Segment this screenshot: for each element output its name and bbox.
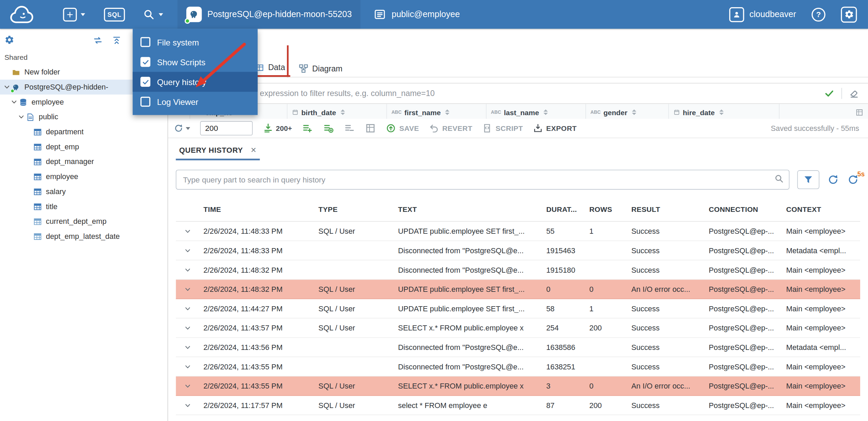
history-cell-type: SQL / User [314,401,394,409]
history-column-text[interactable]: TEXT [394,205,542,213]
clear-filter-button[interactable] [849,89,859,98]
row-expand-chevron[interactable] [176,247,199,254]
tree-expand-chevron[interactable] [2,83,12,91]
checked-checkbox[interactable] [140,57,150,67]
collapse-all-button[interactable] [112,36,122,45]
delete-row-button[interactable] [344,123,355,134]
tree-item-current-dept-emp[interactable]: current_dept_emp [0,214,167,229]
column-header-hire-date[interactable]: hire_date [669,104,780,119]
column-header-first-name[interactable]: ABCfirst_name [387,104,486,119]
refresh-data-button[interactable] [174,123,190,133]
history-column-rows[interactable]: ROWS [585,205,627,213]
revert-button[interactable]: REVERT [429,123,472,133]
history-refresh-button[interactable] [827,174,839,186]
history-row[interactable]: 2/26/2024, 11:48:32 PMSQL / UserUPDATE p… [176,280,860,299]
sidebar-settings-button[interactable] [4,35,14,45]
history-cell-connection: PostgreSQL@ep-... [704,343,782,351]
tree-item-label: dept_emp_latest_date [46,232,120,240]
main-area: Data Diagram 123emp_nobirth_dateABCfirst… [168,29,868,421]
history-row[interactable]: 2/26/2024, 11:48:32 PMDisconnected from … [176,260,860,280]
editor-tabs-area [168,29,868,60]
tree-expand-chevron[interactable] [17,113,26,121]
tree-item-dept-emp-latest-date[interactable]: dept_emp_latest_date [0,229,167,244]
tree-item-department[interactable]: department [0,124,167,139]
text-type-icon: ABC [491,110,501,115]
fetch-more-button[interactable]: 200+ [262,123,292,134]
export-button[interactable]: EXPORT [533,123,577,133]
row-expand-chevron[interactable] [176,266,199,273]
row-expand-chevron[interactable] [176,382,199,390]
tree-item-label: dept_manager [46,158,94,166]
history-column-durat[interactable]: DURAT... [542,205,585,213]
tree-item-employee[interactable]: employee [0,169,167,184]
tree-expand-chevron[interactable] [10,98,19,106]
help-button[interactable]: ? [811,0,827,29]
add-row-button[interactable] [302,123,313,134]
history-column-context[interactable]: CONTEXT [782,205,860,213]
tab-diagram[interactable]: Diagram [293,60,347,77]
unchecked-checkbox[interactable] [140,37,150,47]
history-cell-text: Disconnected from "PostgreSQL@e... [394,362,542,370]
history-row[interactable]: 2/26/2024, 11:48:33 PMSQL / UserUPDATE p… [176,222,860,241]
row-expand-chevron[interactable] [176,324,199,331]
column-header-last-name[interactable]: ABClast_name [487,104,586,119]
connection-selector[interactable]: PostgreSQL@ep-hidden-moon-55203 [177,0,361,29]
unchecked-checkbox[interactable] [140,97,150,107]
column-header-gender[interactable]: ABCgender [586,104,669,119]
history-row[interactable]: 2/26/2024, 11:43:55 PMSQL / UserSELECT x… [176,377,860,396]
revert-icon [429,123,439,133]
row-limit-input[interactable] [200,121,253,135]
history-row[interactable]: 2/26/2024, 11:43:56 PMDisconnected from … [176,338,860,357]
apply-filter-button[interactable] [824,89,834,98]
history-filter-button[interactable] [797,170,819,189]
history-column-type[interactable]: TYPE [314,205,394,213]
history-row[interactable]: 2/26/2024, 11:44:27 PMSQL / UserUPDATE p… [176,299,860,318]
menu-item-query-history[interactable]: Query history [133,72,258,92]
menu-item-log-viewer[interactable]: Log Viewer [133,92,258,112]
menu-item-file-system[interactable]: File system [133,32,258,52]
row-expand-chevron[interactable] [176,286,199,293]
save-button[interactable]: SAVE [386,123,419,133]
filter-input[interactable] [168,83,824,103]
history-cell-context: Main <employee> [782,324,860,332]
row-expand-chevron[interactable] [176,305,199,312]
grid-columns-config-button[interactable] [850,104,868,119]
row-expand-chevron[interactable] [176,343,199,351]
history-row[interactable]: 2/26/2024, 11:48:33 PMDisconnected from … [176,241,860,260]
history-cell-rows: 200 [585,324,627,332]
refresh-grid-button[interactable] [365,123,376,134]
settings-button[interactable] [840,0,858,29]
tree-item-salary[interactable]: salary [0,184,167,199]
column-header-birth-date[interactable]: birth_date [287,104,387,119]
history-row[interactable]: 2/26/2024, 11:43:55 PMDisconnected from … [176,357,860,377]
script-button[interactable]: SCRIPT [482,123,523,133]
cloudbeaver-logo[interactable] [8,3,40,26]
tab-query-history[interactable]: QUERY HISTORY × [176,141,260,160]
row-expand-chevron[interactable] [176,402,199,409]
history-column-time[interactable]: TIME [199,205,314,213]
new-connection-button[interactable] [62,0,86,29]
checked-checkbox[interactable] [140,77,150,87]
close-icon[interactable]: × [251,145,257,155]
tools-menu-button[interactable] [139,0,166,29]
user-menu[interactable]: cloudbeaver [729,7,796,22]
menu-item-show-scripts[interactable]: Show Scripts [133,52,258,72]
history-row[interactable]: 2/26/2024, 11:17:57 PMSQL / Userselect *… [176,396,860,415]
row-expand-chevron[interactable] [176,228,199,235]
tree-item-title[interactable]: title [0,199,167,214]
tree-item-dept-manager[interactable]: dept_manager [0,154,167,169]
history-search-input[interactable] [176,170,789,190]
history-row[interactable]: 2/26/2024, 11:43:57 PMSQL / UserSELECT x… [176,318,860,338]
duplicate-row-button[interactable] [323,123,334,134]
schema-selector[interactable]: public@employee [365,0,469,29]
sql-editor-button[interactable]: SQL [103,0,126,29]
tools-icon [143,8,155,21]
row-expand-chevron[interactable] [176,363,199,370]
tree-item-dept-emp[interactable]: dept_emp [0,139,167,154]
auto-refresh-button[interactable]: 5s [847,174,859,186]
history-column-result[interactable]: RESULT [627,205,704,213]
history-column-connection[interactable]: CONNECTION [704,205,782,213]
link-with-editor-button[interactable] [93,36,103,45]
history-cell-time: 2/26/2024, 11:48:32 PM [199,266,314,274]
chevron-down-icon [159,13,163,16]
